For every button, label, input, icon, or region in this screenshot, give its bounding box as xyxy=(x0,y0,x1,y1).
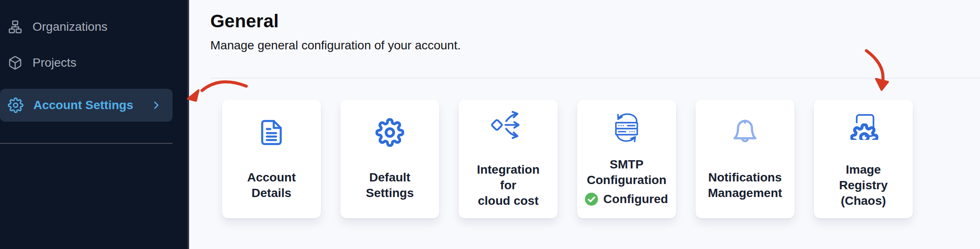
sidebar-item-label: Projects xyxy=(33,56,76,70)
card-account-details[interactable]: Account Details xyxy=(222,100,321,218)
section-divider xyxy=(210,78,980,78)
card-label: Integration for cloud cost xyxy=(477,162,540,209)
card-label: Notifications Management xyxy=(708,170,782,201)
card-label: Default Settings xyxy=(366,170,414,201)
sidebar-item-label: Account Settings xyxy=(33,98,133,112)
status-text: Configured xyxy=(603,192,668,206)
page-subtitle: Manage general configuration of your acc… xyxy=(210,38,980,53)
settings-card-grid: Account Details Default Settings xyxy=(210,100,980,218)
card-default-settings[interactable]: Default Settings xyxy=(340,100,439,218)
check-circle-icon xyxy=(585,193,598,206)
document-icon xyxy=(258,117,285,148)
org-chart-icon xyxy=(8,19,23,34)
main-content: General Manage general configuration of … xyxy=(189,0,980,249)
status-badge: Configured xyxy=(585,192,668,206)
card-image-registry-chaos[interactable]: Image Registry (Chaos) xyxy=(814,100,913,218)
card-smtp-configuration[interactable]: SMTP Configuration Configured xyxy=(577,100,676,218)
sidebar-item-projects[interactable]: Projects xyxy=(0,53,187,73)
card-label: Image Registry (Chaos) xyxy=(839,162,888,209)
card-integration-cloud-cost[interactable]: Integration for cloud cost xyxy=(459,100,558,218)
bell-icon xyxy=(731,117,759,148)
registry-gear-icon xyxy=(848,109,879,140)
sidebar-item-organizations[interactable]: Organizations xyxy=(0,17,187,37)
route-branch-icon xyxy=(490,109,526,140)
sidebar-divider xyxy=(0,143,173,144)
sidebar: Organizations Projects Account Settings xyxy=(0,0,189,249)
server-sync-icon xyxy=(611,112,643,143)
cube-icon xyxy=(8,55,23,70)
gear-icon xyxy=(376,117,404,148)
card-label: Account Details xyxy=(247,170,296,201)
sidebar-item-account-settings[interactable]: Account Settings xyxy=(0,89,173,122)
sidebar-item-label: Organizations xyxy=(33,20,108,34)
chevron-right-icon xyxy=(150,99,162,111)
card-notifications-management[interactable]: Notifications Management xyxy=(696,100,794,218)
card-label: SMTP Configuration xyxy=(587,157,666,188)
gear-icon xyxy=(8,97,23,113)
page-title: General xyxy=(210,10,980,32)
